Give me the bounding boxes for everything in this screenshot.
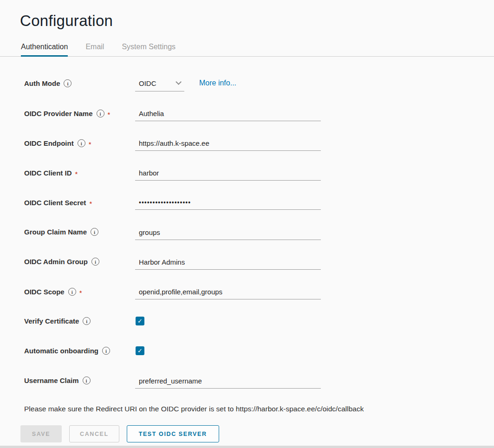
- required-asterisk: *: [89, 198, 92, 207]
- auth-mode-label: Auth Mode: [24, 79, 60, 87]
- username-claim-label: Username Claim: [24, 377, 79, 384]
- info-icon[interactable]: i: [102, 347, 110, 355]
- oidc-endpoint-label: OIDC Endpoint: [24, 139, 74, 147]
- row-oidc-endpoint: OIDC Endpoint i *: [24, 137, 494, 154]
- info-icon[interactable]: i: [91, 228, 98, 236]
- row-oidc-scope: OIDC Scope i *: [24, 286, 494, 303]
- required-asterisk: *: [75, 169, 78, 177]
- auth-mode-label-cell: Auth Mode i: [24, 78, 135, 87]
- row-oidc-admin-group: OIDC Admin Group i: [24, 256, 494, 273]
- configuration-page: Configuration Authentication Email Syste…: [0, 0, 494, 442]
- oidc-admin-group-input[interactable]: [135, 256, 321, 270]
- group-claim-name-label: Group Claim Name: [24, 228, 87, 236]
- row-group-claim-name: Group Claim Name i: [24, 227, 494, 243]
- more-info-link[interactable]: More info...: [199, 78, 236, 87]
- tab-email[interactable]: Email: [85, 40, 104, 57]
- info-icon[interactable]: i: [78, 139, 85, 147]
- oidc-admin-group-label: OIDC Admin Group: [24, 258, 88, 266]
- row-auth-mode: Auth Mode i OIDC More info...: [24, 78, 494, 95]
- row-username-claim: Username Claim i: [24, 375, 494, 392]
- save-button[interactable]: SAVE: [20, 425, 62, 442]
- auth-mode-controls: OIDC More info...: [135, 78, 236, 91]
- oidc-scope-label: OIDC Scope: [24, 288, 65, 296]
- info-icon[interactable]: i: [97, 110, 104, 117]
- group-claim-name-input[interactable]: [135, 227, 321, 240]
- tab-authentication[interactable]: Authentication: [21, 40, 68, 57]
- tab-bar: Authentication Email System Settings: [0, 40, 494, 57]
- oidc-client-id-input[interactable]: [135, 167, 321, 181]
- tab-system-settings[interactable]: System Settings: [122, 40, 176, 57]
- info-icon[interactable]: i: [64, 79, 72, 87]
- auth-config-form: Auth Mode i OIDC More info... OIDC Provi…: [24, 78, 494, 392]
- cancel-button[interactable]: CANCEL: [69, 425, 119, 442]
- oidc-scope-input[interactable]: [135, 286, 321, 299]
- row-oidc-client-id: OIDC Client ID *: [24, 167, 494, 184]
- verify-certificate-label: Verify Certificate: [24, 317, 79, 325]
- verify-certificate-checkbox[interactable]: ✓: [136, 317, 144, 325]
- auth-mode-select[interactable]: OIDC: [135, 78, 184, 91]
- row-automatic-onboarding: Automatic onboarding i ✓: [24, 345, 494, 362]
- required-asterisk: *: [89, 139, 91, 148]
- row-verify-certificate: Verify Certificate i ✓: [24, 316, 494, 332]
- page-title: Configuration: [20, 12, 494, 30]
- info-icon[interactable]: i: [68, 288, 76, 296]
- info-icon[interactable]: i: [83, 317, 91, 325]
- username-claim-input[interactable]: [135, 375, 321, 389]
- automatic-onboarding-checkbox[interactable]: ✓: [136, 346, 144, 355]
- oidc-provider-name-label: OIDC Provider Name: [24, 110, 93, 117]
- oidc-endpoint-input[interactable]: [135, 137, 321, 151]
- required-asterisk: *: [79, 287, 82, 296]
- test-oidc-server-button[interactable]: TEST OIDC SERVER: [127, 425, 219, 442]
- required-asterisk: *: [108, 109, 110, 118]
- chevron-down-icon: [176, 79, 182, 85]
- action-button-row: SAVE CANCEL TEST OIDC SERVER: [20, 425, 494, 442]
- row-oidc-client-secret: OIDC Client Secret *: [24, 197, 494, 214]
- oidc-client-secret-input[interactable]: [135, 197, 321, 210]
- info-icon[interactable]: i: [83, 377, 91, 384]
- auth-mode-selected-value: OIDC: [139, 79, 156, 87]
- redirect-uri-note: Please make sure the Redirect URI on the…: [24, 405, 494, 413]
- oidc-client-id-label: OIDC Client ID: [24, 169, 72, 177]
- oidc-client-secret-label: OIDC Client Secret: [24, 199, 86, 207]
- row-oidc-provider-name: OIDC Provider Name i *: [24, 108, 494, 124]
- automatic-onboarding-label: Automatic onboarding: [24, 347, 98, 355]
- oidc-provider-name-input[interactable]: [135, 108, 321, 121]
- bottom-scroll-strip: [0, 446, 494, 448]
- info-icon[interactable]: i: [91, 258, 99, 266]
